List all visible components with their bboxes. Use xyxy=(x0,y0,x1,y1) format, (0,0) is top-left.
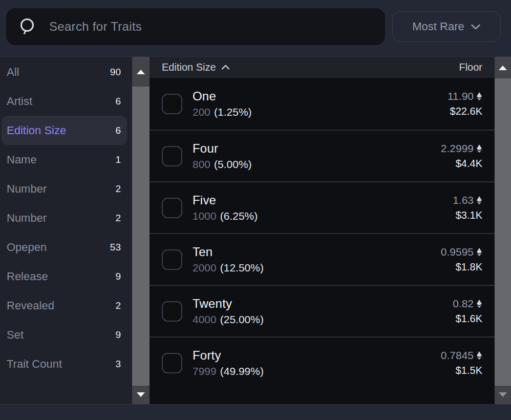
floor-usd-value: $1.5K xyxy=(456,365,482,376)
sidebar-item-number-1[interactable]: Number 2 xyxy=(2,174,127,203)
chevron-up-icon xyxy=(221,65,230,70)
count-badge: 9 xyxy=(115,329,121,341)
list-scrollbar[interactable] xyxy=(495,57,511,404)
sidebar-item-set[interactable]: Set 9 xyxy=(2,320,127,349)
count-badge: 6 xyxy=(115,96,121,107)
sidebar-item-number-2[interactable]: Number 2 xyxy=(2,203,127,233)
trait-supply: 800 (5.00%) xyxy=(193,158,252,171)
trait-checkbox[interactable] xyxy=(162,353,182,373)
trait-row-forty[interactable]: Forty 7999 (49.99%) 0.7845 $1.5K xyxy=(150,337,495,388)
floor-usd-value: $1.8K xyxy=(456,261,482,273)
content-area: All 90 Artist 6 Edition Size 6 Name 1 Nu… xyxy=(0,57,511,404)
search-icon xyxy=(16,16,38,37)
floor-eth-value: 2.2999 xyxy=(441,142,474,155)
topbar: Search for Traits Most Rare xyxy=(0,0,511,57)
count-badge: 9 xyxy=(115,271,121,282)
column-header-floor[interactable]: Floor xyxy=(459,61,482,73)
floor-usd-value: $1.6K xyxy=(456,313,482,325)
sidebar-item-opepen[interactable]: Opepen 53 xyxy=(2,233,127,262)
trait-row-four[interactable]: Four 800 (5.00%) 2.2999 $4.4K xyxy=(150,130,495,181)
ethereum-icon xyxy=(476,299,482,308)
floor-usd-value: $3.1K xyxy=(456,209,482,221)
trait-floor: 11.90 $22.6K xyxy=(448,90,482,117)
chevron-down-icon xyxy=(471,24,481,30)
count-badge: 2 xyxy=(115,183,121,195)
trait-floor: 0.82 $1.6K xyxy=(453,298,482,325)
sidebar-item-all[interactable]: All 90 xyxy=(2,57,127,87)
trait-supply: 7999 (49.99%) xyxy=(193,365,264,377)
trait-supply: 4000 (25.00%) xyxy=(193,313,264,326)
trait-floor: 0.7845 $1.5K xyxy=(441,349,482,376)
trait-row-one[interactable]: One 200 (1.25%) 11.90 $22.6K xyxy=(150,78,495,130)
trait-list: Edition Size Floor One 200 (1.25%) xyxy=(150,57,495,404)
floor-eth-value: 11.90 xyxy=(448,90,474,102)
floor-eth-value: 1.63 xyxy=(453,194,474,206)
sidebar-item-edition-size[interactable]: Edition Size 6 xyxy=(2,116,127,145)
footer-bar xyxy=(0,404,511,420)
trait-checkbox[interactable] xyxy=(162,94,182,114)
ethereum-icon xyxy=(476,144,482,153)
scrollbar-thumb[interactable] xyxy=(132,87,150,386)
trait-name: Four xyxy=(193,141,252,156)
trait-supply: 1000 (6.25%) xyxy=(193,210,258,222)
count-badge: 53 xyxy=(110,242,121,253)
sidebar-item-trait-count[interactable]: Trait Count 3 xyxy=(2,349,127,379)
trait-supply: 2000 (12.50%) xyxy=(193,262,264,274)
floor-eth-value: 0.82 xyxy=(453,298,474,310)
triangle-down-icon xyxy=(499,392,507,397)
trait-floor: 2.2999 $4.4K xyxy=(441,142,482,170)
ethereum-icon xyxy=(476,196,482,205)
count-badge: 2 xyxy=(115,300,121,311)
floor-usd-value: $4.4K xyxy=(456,158,482,170)
count-badge: 1 xyxy=(115,154,121,165)
triangle-down-icon xyxy=(137,392,145,397)
trait-checkbox[interactable] xyxy=(162,249,182,270)
floor-usd-value: $22.6K xyxy=(450,106,482,117)
sidebar-item-name[interactable]: Name 1 xyxy=(2,145,127,174)
trait-name: Ten xyxy=(193,245,264,259)
trait-name: One xyxy=(193,89,252,103)
scroll-up-button[interactable] xyxy=(495,57,511,78)
ethereum-icon xyxy=(476,247,482,257)
count-badge: 90 xyxy=(110,67,121,78)
floor-eth-value: 0.9595 xyxy=(441,246,474,258)
scroll-up-button[interactable] xyxy=(132,57,150,87)
triangle-up-icon xyxy=(137,70,145,74)
scroll-down-button[interactable] xyxy=(132,386,150,404)
trait-name: Forty xyxy=(193,348,264,363)
sidebar-item-artist[interactable]: Artist 6 xyxy=(2,87,127,116)
trait-filter-panel: Search for Traits Most Rare All 90 Artis… xyxy=(0,0,511,420)
scroll-down-button[interactable] xyxy=(495,386,511,404)
trait-checkbox[interactable] xyxy=(162,301,182,322)
trait-list-header: Edition Size Floor xyxy=(150,57,495,78)
trait-category-list: All 90 Artist 6 Edition Size 6 Name 1 Nu… xyxy=(0,57,132,404)
trait-floor: 1.63 $3.1K xyxy=(453,194,482,221)
trait-rows: One 200 (1.25%) 11.90 $22.6K xyxy=(150,78,495,404)
sort-dropdown[interactable]: Most Rare xyxy=(392,11,501,42)
trait-row-ten[interactable]: Ten 2000 (12.50%) 0.9595 $1.8K xyxy=(150,233,495,285)
count-badge: 3 xyxy=(115,359,121,370)
trait-checkbox[interactable] xyxy=(162,198,182,218)
triangle-up-icon xyxy=(499,66,507,70)
trait-name: Five xyxy=(193,193,258,207)
trait-row-five[interactable]: Five 1000 (6.25%) 1.63 $3.1K xyxy=(150,181,495,233)
ethereum-icon xyxy=(476,351,482,360)
column-header-trait-sort[interactable]: Edition Size xyxy=(162,61,230,73)
count-badge: 6 xyxy=(115,125,121,136)
sidebar-item-revealed[interactable]: Revealed 2 xyxy=(2,291,127,320)
trait-row-twenty[interactable]: Twenty 4000 (25.00%) 0.82 $1.6K xyxy=(150,285,495,337)
sidebar-item-release[interactable]: Release 9 xyxy=(2,262,127,291)
column-title: Edition Size xyxy=(162,61,216,73)
sort-dropdown-value: Most Rare xyxy=(412,20,464,33)
trait-supply: 200 (1.25%) xyxy=(193,106,252,118)
search-input[interactable]: Search for Traits xyxy=(6,8,385,45)
ethereum-icon xyxy=(476,92,482,101)
floor-eth-value: 0.7845 xyxy=(441,349,474,362)
scrollbar-thumb[interactable] xyxy=(495,78,511,386)
trait-checkbox[interactable] xyxy=(162,146,182,166)
count-badge: 2 xyxy=(115,213,121,224)
trait-floor: 0.9595 $1.8K xyxy=(441,246,482,273)
trait-name: Twenty xyxy=(193,297,264,311)
search-placeholder: Search for Traits xyxy=(49,19,142,34)
sidebar-scrollbar[interactable] xyxy=(132,57,150,404)
